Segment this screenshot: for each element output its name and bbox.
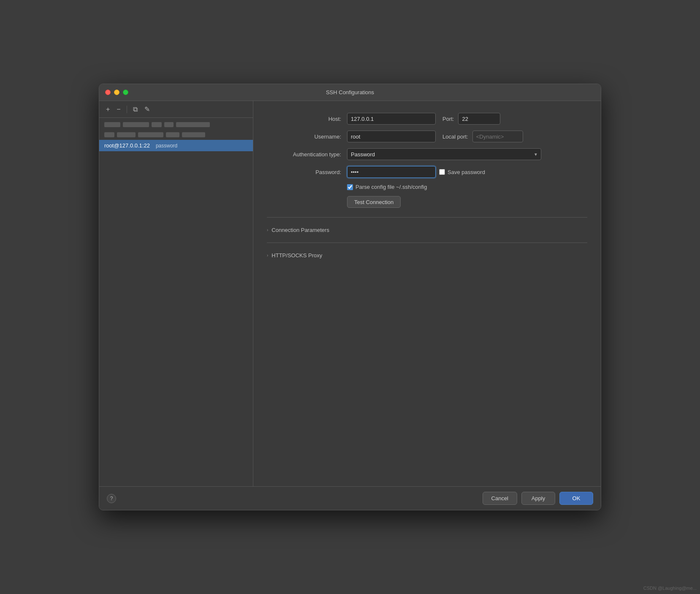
local-port-group: Local port: bbox=[442, 131, 523, 142]
sidebar-toolbar: + − ⧉ ✎ bbox=[99, 101, 253, 118]
auth-type-select[interactable]: Password Public key Keyboard interactive bbox=[347, 148, 541, 160]
blurred-content bbox=[123, 122, 149, 127]
blurred-content bbox=[152, 122, 162, 127]
save-password-checkbox[interactable] bbox=[439, 169, 445, 175]
copy-button[interactable]: ⧉ bbox=[131, 105, 139, 114]
username-input[interactable] bbox=[347, 131, 436, 142]
help-button[interactable]: ? bbox=[107, 494, 116, 503]
save-password-label[interactable]: Save password bbox=[439, 169, 485, 175]
connection-params-header[interactable]: › Connection Parameters bbox=[267, 222, 587, 238]
apply-button[interactable]: Apply bbox=[521, 492, 555, 505]
selected-item-name: root@127.0.0.1:22 bbox=[104, 142, 150, 149]
list-item[interactable] bbox=[99, 130, 253, 140]
connection-params-section: › Connection Parameters bbox=[267, 222, 587, 238]
main-window: SSH Configurations + − ⧉ ✎ bbox=[99, 84, 601, 510]
section-divider-2 bbox=[267, 243, 587, 243]
minimize-button[interactable] bbox=[114, 90, 119, 95]
edit-button[interactable]: ✎ bbox=[143, 104, 152, 114]
footer-right: Cancel Apply OK bbox=[483, 492, 593, 505]
close-button[interactable] bbox=[105, 90, 111, 95]
http-socks-header[interactable]: › HTTP/SOCKS Proxy bbox=[267, 247, 587, 264]
main-content: + − ⧉ ✎ bbox=[99, 101, 601, 486]
blurred-content bbox=[104, 122, 120, 127]
auth-type-row: Authentication type: Password Public key… bbox=[267, 148, 587, 160]
parse-config-checkbox[interactable] bbox=[347, 184, 353, 190]
host-row: Host: Port: bbox=[267, 113, 587, 125]
auth-type-label: Authentication type: bbox=[267, 151, 347, 158]
blurred-content bbox=[166, 132, 179, 137]
port-group: Port: bbox=[442, 113, 500, 125]
list-item[interactable] bbox=[99, 120, 253, 130]
ok-button[interactable]: OK bbox=[559, 492, 593, 505]
blurred-content bbox=[104, 132, 114, 137]
connection-params-label: Connection Parameters bbox=[271, 227, 329, 233]
parse-config-row: Parse config file ~/.ssh/config bbox=[267, 184, 587, 190]
port-label: Port: bbox=[442, 116, 454, 122]
add-button[interactable]: + bbox=[104, 105, 111, 114]
host-input[interactable] bbox=[347, 113, 436, 125]
blurred-content bbox=[164, 122, 174, 127]
chevron-right-icon: › bbox=[267, 228, 268, 232]
footer: ? Cancel Apply OK bbox=[99, 486, 601, 510]
parse-config-label[interactable]: Parse config file ~/.ssh/config bbox=[347, 184, 427, 190]
maximize-button[interactable] bbox=[123, 90, 128, 95]
blurred-content bbox=[182, 132, 205, 137]
save-password-group: Save password bbox=[439, 169, 485, 175]
password-row: Password: Save password bbox=[267, 166, 587, 178]
sidebar-item-selected[interactable]: root@127.0.0.1:22 password bbox=[99, 140, 253, 151]
selected-item-sublabel: password bbox=[156, 143, 177, 149]
traffic-lights bbox=[105, 90, 128, 95]
sidebar-list: root@127.0.0.1:22 password bbox=[99, 118, 253, 486]
local-port-label: Local port: bbox=[442, 134, 468, 140]
remove-button[interactable]: − bbox=[115, 105, 122, 114]
cancel-button[interactable]: Cancel bbox=[483, 492, 517, 505]
test-connection-button[interactable]: Test Connection bbox=[347, 196, 401, 208]
chevron-right-icon-2: › bbox=[267, 253, 268, 258]
toolbar-divider bbox=[127, 106, 127, 113]
auth-type-wrapper: Password Public key Keyboard interactive… bbox=[347, 148, 541, 160]
titlebar: SSH Configurations bbox=[99, 84, 601, 101]
save-password-text: Save password bbox=[448, 169, 485, 175]
blurred-content bbox=[138, 132, 163, 137]
right-panel: Host: Port: Username: Local port: Authen… bbox=[253, 101, 601, 486]
blurred-content bbox=[117, 132, 136, 137]
password-input[interactable] bbox=[347, 166, 436, 178]
http-socks-label: HTTP/SOCKS Proxy bbox=[271, 252, 322, 259]
watermark: CSDN @Laughing@me... bbox=[643, 586, 697, 591]
window-title: SSH Configurations bbox=[326, 89, 374, 95]
sidebar: + − ⧉ ✎ bbox=[99, 101, 253, 486]
port-input[interactable] bbox=[458, 113, 500, 125]
http-socks-section: › HTTP/SOCKS Proxy bbox=[267, 247, 587, 264]
footer-left: ? bbox=[107, 494, 116, 503]
host-label: Host: bbox=[267, 116, 347, 122]
test-connection-row: Test Connection bbox=[267, 196, 587, 208]
local-port-input[interactable] bbox=[472, 131, 523, 142]
blurred-content bbox=[176, 122, 210, 127]
username-row: Username: Local port: bbox=[267, 131, 587, 142]
password-label: Password: bbox=[267, 169, 347, 175]
parse-config-text: Parse config file ~/.ssh/config bbox=[355, 184, 427, 190]
username-label: Username: bbox=[267, 134, 347, 140]
section-divider-1 bbox=[267, 217, 587, 218]
